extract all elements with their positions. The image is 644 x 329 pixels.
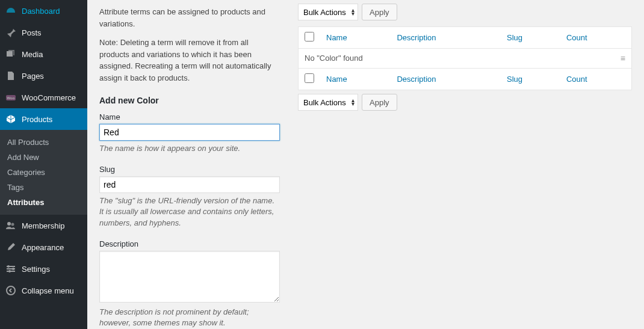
- name-input[interactable]: [99, 124, 280, 141]
- slug-help: The "slug" is the URL-friendly version o…: [99, 195, 280, 229]
- sidebar-sub-tags[interactable]: Tags: [0, 180, 87, 195]
- slug-input[interactable]: [99, 176, 280, 193]
- media-icon: [5, 48, 17, 60]
- description-help: The description is not prominent by defa…: [99, 307, 280, 328]
- description-group: Description The description is not promi…: [99, 239, 280, 328]
- admin-sidebar: Dashboard Posts Media Pages Woo WooComme…: [0, 0, 87, 329]
- col-name-foot[interactable]: Name: [326, 75, 347, 84]
- slug-label: Slug: [99, 165, 280, 174]
- sidebar-item-label: Dashboard: [22, 7, 60, 16]
- sidebar-submenu: All Products Add New Categories Tags Att…: [0, 130, 87, 215]
- name-help: The name is how it appears on your site.: [99, 143, 280, 154]
- svg-point-9: [8, 270, 11, 272]
- svg-point-2: [7, 222, 11, 226]
- terms-table: Name Description Slug Count No "Color" f…: [298, 26, 632, 90]
- sidebar-item-dashboard[interactable]: Dashboard: [0, 0, 87, 22]
- col-count[interactable]: Count: [566, 33, 587, 42]
- sidebar-item-label: Settings: [22, 265, 50, 274]
- intro-text: Attribute terms can be assigned to produ…: [99, 6, 280, 29]
- col-count-foot[interactable]: Count: [566, 75, 587, 84]
- products-icon: [5, 113, 17, 125]
- svg-point-8: [12, 268, 14, 270]
- svg-text:Woo: Woo: [7, 96, 15, 100]
- name-group: Name The name is how it appears on your …: [99, 112, 280, 154]
- intro-note: Note: Deleting a term will remove it fro…: [99, 37, 280, 84]
- svg-point-7: [7, 265, 10, 268]
- row-options-icon[interactable]: ≡: [621, 54, 625, 63]
- woocommerce-icon: Woo: [5, 91, 17, 103]
- apply-button-bottom[interactable]: Apply: [362, 94, 397, 111]
- bulk-select-bottom[interactable]: Bulk Actions: [298, 94, 358, 111]
- settings-icon: [5, 263, 17, 275]
- description-label: Description: [99, 239, 280, 248]
- sidebar-item-products[interactable]: Products: [0, 108, 87, 130]
- sidebar-item-posts[interactable]: Posts: [0, 22, 87, 43]
- sidebar-item-label: Pages: [22, 72, 44, 81]
- right-column: Bulk Actions ▴▾ Apply Name Description S…: [298, 0, 632, 317]
- sidebar-item-media[interactable]: Media: [0, 43, 87, 65]
- sidebar-item-label: WooCommerce: [22, 93, 76, 102]
- sidebar-item-woocommerce[interactable]: Woo WooCommerce: [0, 87, 87, 108]
- select-all-top[interactable]: [305, 32, 314, 42]
- name-label: Name: [99, 112, 280, 121]
- col-description[interactable]: Description: [397, 33, 436, 42]
- collapse-icon: [5, 284, 17, 297]
- slug-group: Slug The "slug" is the URL-friendly vers…: [99, 165, 280, 229]
- svg-point-10: [7, 286, 15, 295]
- sidebar-sub-add-new[interactable]: Add New: [0, 150, 87, 165]
- col-description-foot[interactable]: Description: [397, 75, 436, 84]
- users-icon: [5, 220, 17, 232]
- bulk-actions-bottom: Bulk Actions ▴▾ Apply: [298, 94, 632, 111]
- sidebar-item-label: Posts: [22, 28, 42, 37]
- table-row-empty: No "Color" found ≡: [299, 49, 632, 69]
- sidebar-item-label: Membership: [22, 221, 65, 230]
- description-textarea[interactable]: [99, 251, 280, 303]
- bulk-select-top[interactable]: Bulk Actions: [298, 4, 358, 20]
- apply-button-top[interactable]: Apply: [362, 4, 397, 20]
- pin-icon: [5, 26, 17, 38]
- empty-text: No "Color" found: [305, 54, 363, 63]
- brush-icon: [5, 241, 17, 253]
- sidebar-item-label: Appearance: [22, 243, 64, 252]
- sidebar-item-label: Media: [22, 50, 43, 59]
- pages-icon: [5, 70, 17, 82]
- sidebar-item-settings[interactable]: Settings: [0, 258, 87, 280]
- form-title: Add new Color: [99, 96, 280, 105]
- sidebar-sub-attributes[interactable]: Attributes: [0, 195, 87, 210]
- svg-point-3: [11, 223, 14, 226]
- sidebar-item-label: Products: [22, 115, 52, 124]
- sidebar-item-label: Collapse menu: [22, 286, 74, 295]
- sidebar-sub-all-products[interactable]: All Products: [0, 135, 87, 150]
- sidebar-item-appearance[interactable]: Appearance: [0, 236, 87, 258]
- sidebar-item-pages[interactable]: Pages: [0, 65, 87, 87]
- select-all-bottom[interactable]: [305, 73, 314, 83]
- left-column: Attribute terms can be assigned to produ…: [99, 0, 280, 317]
- col-slug-foot[interactable]: Slug: [507, 75, 522, 84]
- sidebar-sub-categories[interactable]: Categories: [0, 165, 87, 180]
- main-content: Attribute terms can be assigned to produ…: [87, 0, 644, 329]
- sidebar-item-collapse[interactable]: Collapse menu: [0, 280, 87, 301]
- col-slug[interactable]: Slug: [507, 33, 522, 42]
- sidebar-item-membership[interactable]: Membership: [0, 215, 87, 236]
- col-name[interactable]: Name: [326, 33, 347, 42]
- dashboard-icon: [5, 5, 17, 17]
- bulk-actions-top: Bulk Actions ▴▾ Apply: [298, 4, 632, 20]
